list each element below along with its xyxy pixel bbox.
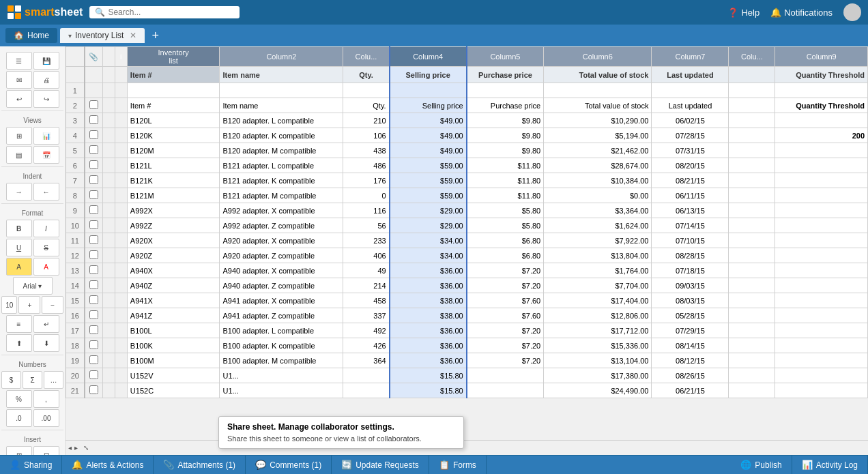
table-cell[interactable]: 13 (66, 263, 85, 278)
table-cell[interactable]: B100 adapter. L compatible (220, 323, 343, 338)
gantt-view-button[interactable]: 📊 (33, 127, 59, 145)
wrap-text-button[interactable]: ↵ (33, 315, 59, 333)
table-cell[interactable]: 20 (66, 368, 85, 383)
table-cell[interactable]: $10,384.00 (544, 173, 652, 188)
table-cell[interactable] (220, 83, 343, 98)
table-cell[interactable] (115, 293, 127, 308)
table-cell[interactable] (115, 98, 127, 113)
table-cell[interactable]: 1 (66, 83, 85, 98)
table-cell[interactable]: $7,922.00 (544, 233, 652, 248)
table-cell[interactable]: $9.80 (467, 128, 544, 143)
row-checkbox[interactable] (85, 293, 103, 308)
table-cell[interactable]: Total value of stock (544, 98, 652, 113)
table-cell[interactable]: 3 (66, 113, 85, 128)
logo[interactable]: smartsheet (7, 5, 83, 20)
table-cell[interactable] (729, 158, 775, 173)
row-checkbox-input[interactable] (89, 145, 98, 154)
table-cell[interactable]: $28,674.00 (544, 158, 652, 173)
table-cell[interactable] (102, 113, 115, 128)
table-cell[interactable]: 08/28/15 (652, 248, 729, 263)
update-requests-tab[interactable]: 🔄 Update Requests (332, 456, 429, 474)
table-cell[interactable] (729, 128, 775, 143)
table-cell[interactable]: 5 (66, 143, 85, 158)
table-cell[interactable]: 07/29/15 (652, 323, 729, 338)
table-cell[interactable]: Last updated (652, 98, 729, 113)
table-cell[interactable]: 364 (343, 353, 390, 368)
table-cell[interactable] (115, 233, 127, 248)
table-cell[interactable]: B120M (127, 143, 220, 158)
alerts-tab[interactable]: 🔔 Alerts & Actions (62, 456, 154, 474)
table-cell[interactable]: $12,806.00 (544, 308, 652, 323)
table-cell[interactable] (102, 368, 115, 383)
table-cell[interactable]: $5.80 (467, 203, 544, 218)
table-cell[interactable]: B121 adapter. L compatible (220, 158, 343, 173)
table-cell[interactable]: 200 (775, 128, 868, 143)
table-cell[interactable]: $36.00 (390, 338, 467, 353)
table-cell[interactable]: $3,364.00 (544, 203, 652, 218)
comma-button[interactable]: , (33, 390, 59, 408)
table-cell[interactable]: $49.00 (390, 143, 467, 158)
row-checkbox-input[interactable] (89, 130, 98, 139)
table-cell[interactable] (729, 368, 775, 383)
table-cell[interactable]: $13,104.00 (544, 353, 652, 368)
table-cell[interactable] (775, 308, 868, 323)
table-cell[interactable]: A940X (127, 263, 220, 278)
table-cell[interactable] (775, 143, 868, 158)
table-cell[interactable] (102, 143, 115, 158)
table-cell[interactable] (102, 263, 115, 278)
table-cell[interactable]: 7 (66, 173, 85, 188)
table-cell[interactable]: $7.60 (467, 293, 544, 308)
table-cell[interactable] (115, 188, 127, 203)
table-cell[interactable] (102, 83, 115, 98)
table-cell[interactable]: A920 adapter. Z compatible (220, 248, 343, 263)
table-cell[interactable]: Purchase price (467, 98, 544, 113)
table-cell[interactable]: $11.80 (467, 158, 544, 173)
table-cell[interactable] (775, 218, 868, 233)
table-cell[interactable]: 06/11/15 (652, 188, 729, 203)
table-cell[interactable] (775, 203, 868, 218)
table-cell[interactable]: A940 adapter. X compatible (220, 263, 343, 278)
table-cell[interactable]: 4 (66, 128, 85, 143)
row-checkbox[interactable] (85, 248, 103, 263)
help-link[interactable]: ❓ Help (727, 8, 760, 18)
table-cell[interactable]: $49.00 (390, 113, 467, 128)
sheet-scroll[interactable]: 📎 i Inventorylist Column2 Colu... (66, 46, 868, 440)
table-cell[interactable]: 406 (343, 248, 390, 263)
table-cell[interactable] (775, 353, 868, 368)
table-cell[interactable]: B120L (127, 113, 220, 128)
row-checkbox-input[interactable] (89, 250, 98, 259)
table-cell[interactable]: A941 adapter. Z compatible (220, 308, 343, 323)
table-cell[interactable]: $38.00 (390, 308, 467, 323)
table-cell[interactable]: 09/03/15 (652, 278, 729, 293)
table-cell[interactable]: B121L (127, 158, 220, 173)
table-cell[interactable]: 16 (66, 308, 85, 323)
row-checkbox[interactable] (85, 278, 103, 293)
row-checkbox-input[interactable] (89, 160, 98, 169)
table-cell[interactable] (115, 83, 127, 98)
row-checkbox-input[interactable] (89, 295, 98, 304)
table-cell[interactable]: $15.80 (390, 368, 467, 383)
table-cell[interactable]: 49 (343, 263, 390, 278)
table-cell[interactable]: B100L (127, 323, 220, 338)
table-cell[interactable]: 06/13/15 (652, 203, 729, 218)
indent-right-button[interactable]: → (6, 183, 32, 201)
col-threshold-header[interactable]: Quantity Threshold (775, 67, 868, 83)
table-cell[interactable] (102, 173, 115, 188)
align-bottom-button[interactable]: ⬇ (33, 334, 59, 352)
table-cell[interactable] (102, 188, 115, 203)
table-cell[interactable]: 233 (343, 233, 390, 248)
table-cell[interactable]: $34.00 (390, 248, 467, 263)
table-cell[interactable]: A920X (127, 233, 220, 248)
table-cell[interactable] (729, 293, 775, 308)
calendar-view-button[interactable]: 📅 (33, 146, 59, 164)
table-cell[interactable]: U152V (127, 368, 220, 383)
table-cell[interactable]: $6.80 (467, 233, 544, 248)
table-cell[interactable]: 07/31/15 (652, 143, 729, 158)
table-cell[interactable]: 15 (66, 293, 85, 308)
table-cell[interactable] (343, 368, 390, 383)
row-checkbox-input[interactable] (89, 205, 98, 214)
table-cell[interactable] (729, 98, 775, 113)
table-cell[interactable] (775, 323, 868, 338)
publish-tab[interactable]: 🌐 Publish (731, 456, 792, 474)
table-cell[interactable]: 08/21/15 (652, 173, 729, 188)
